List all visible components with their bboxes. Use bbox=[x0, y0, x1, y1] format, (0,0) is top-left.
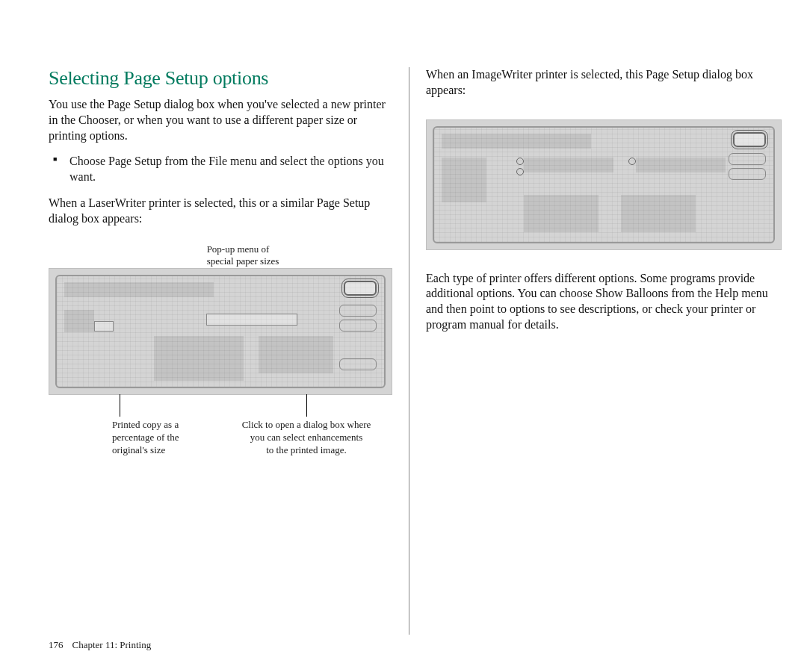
dialog-button bbox=[729, 153, 766, 165]
chapter-label: Chapter 11: Printing bbox=[72, 639, 152, 650]
page-footer: 176Chapter 11: Printing bbox=[49, 639, 151, 651]
laserwriter-dialog-screenshot bbox=[49, 268, 392, 395]
dialog-button bbox=[339, 320, 377, 332]
dialog-textblock bbox=[621, 195, 696, 232]
top-caption-wrap: Pop-up menu of special paper sizes bbox=[49, 243, 392, 269]
right-column: When an ImageWriter printer is selected,… bbox=[409, 67, 782, 635]
leader-line bbox=[306, 394, 307, 417]
imagewriter-dialog-screenshot bbox=[426, 119, 782, 250]
caption-printed-copy: Printed copy as a percentage of the orig… bbox=[112, 395, 202, 457]
caption-text-enhancements: Click to open a dialog box where you can… bbox=[242, 419, 371, 457]
dialog-textblock bbox=[636, 158, 726, 172]
dialog-popup-menu bbox=[206, 314, 297, 326]
dialog-textblock bbox=[154, 336, 244, 381]
caption-enhancements: Click to open a dialog box where you can… bbox=[224, 395, 389, 457]
dialog-textblock bbox=[64, 310, 94, 332]
left-column: Selecting Page Setup options You use the… bbox=[49, 67, 409, 635]
laserwriter-note: When a LaserWriter printer is selected, … bbox=[49, 196, 392, 227]
dialog-ok-button bbox=[733, 132, 766, 147]
document-page: Selecting Page Setup options You use the… bbox=[0, 0, 807, 672]
dialog-percentage-field bbox=[94, 321, 114, 332]
dialog-ok-button bbox=[344, 281, 377, 296]
radio-icon bbox=[628, 158, 636, 165]
section-heading: Selecting Page Setup options bbox=[49, 67, 392, 90]
instruction-list: Choose Page Setup from the File menu and… bbox=[49, 154, 392, 185]
intro-paragraph: You use the Page Setup dialog box when y… bbox=[49, 97, 392, 143]
dialog-textblock bbox=[259, 336, 333, 373]
dialog-textblock bbox=[524, 195, 599, 232]
laserwriter-figure: Pop-up menu of special paper sizes bbox=[49, 243, 392, 457]
dialog-textblock bbox=[524, 158, 613, 172]
imagewriter-note: When an ImageWriter printer is selected,… bbox=[426, 67, 782, 99]
dialog-button bbox=[729, 168, 766, 180]
leader-line bbox=[120, 394, 120, 417]
closing-paragraph: Each type of printer offers different op… bbox=[426, 271, 782, 333]
bottom-captions: Printed copy as a percentage of the orig… bbox=[49, 395, 392, 457]
dialog-textblock bbox=[442, 134, 591, 149]
caption-popup-menu: Pop-up menu of special paper sizes bbox=[207, 243, 279, 269]
dialog-textblock bbox=[442, 158, 486, 202]
dialog-button bbox=[339, 305, 377, 317]
instruction-item: Choose Page Setup from the File menu and… bbox=[68, 154, 392, 185]
page-number: 176 bbox=[49, 639, 64, 650]
dialog-textblock bbox=[64, 282, 214, 297]
two-column-layout: Selecting Page Setup options You use the… bbox=[49, 67, 777, 635]
caption-text-percentage: Printed copy as a percentage of the orig… bbox=[112, 419, 179, 457]
radio-icon bbox=[516, 158, 524, 165]
radio-icon bbox=[516, 168, 524, 175]
dialog-options-button bbox=[339, 358, 377, 370]
